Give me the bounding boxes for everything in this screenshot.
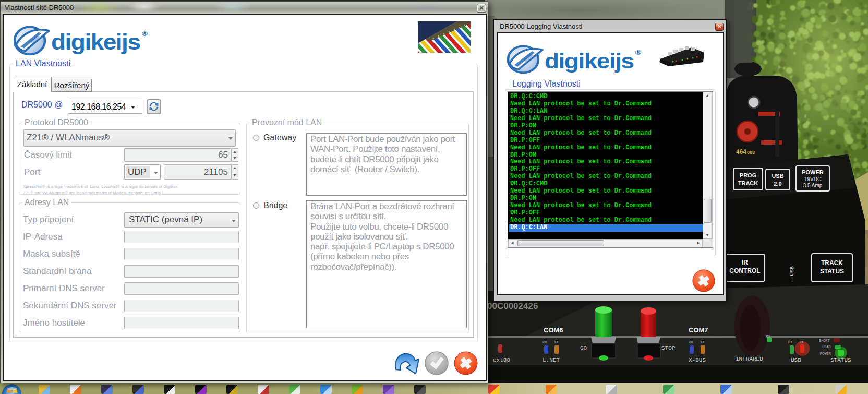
svg-text:STATUS: STATUS bbox=[820, 268, 844, 275]
svg-text:LOAD: LOAD bbox=[822, 345, 831, 349]
svg-text:L.NET: L.NET bbox=[542, 357, 560, 363]
svg-text:TRACK: TRACK bbox=[738, 180, 758, 186]
svg-text:®: ® bbox=[635, 49, 642, 56]
svg-text:USB: USB bbox=[791, 357, 801, 363]
svg-text:2.0: 2.0 bbox=[774, 181, 781, 187]
svg-text:464008: 464008 bbox=[736, 148, 755, 156]
svg-text:— USB: — USB bbox=[789, 266, 794, 282]
svg-text:CONTROL: CONTROL bbox=[729, 267, 760, 274]
svg-text:RX: RX bbox=[542, 340, 547, 344]
svg-text:®: ® bbox=[142, 29, 148, 37]
svg-text:GO: GO bbox=[580, 345, 587, 351]
svg-text:RX: RX bbox=[689, 340, 693, 344]
svg-text:INFRARED: INFRARED bbox=[736, 356, 763, 362]
svg-text:STATUS: STATUS bbox=[830, 357, 851, 363]
svg-text:POWER: POWER bbox=[802, 169, 824, 175]
svg-text:TX: TX bbox=[554, 340, 559, 344]
svg-text:TX: TX bbox=[799, 340, 804, 344]
svg-text:COM7: COM7 bbox=[689, 326, 708, 334]
svg-text:19VDC: 19VDC bbox=[804, 176, 821, 182]
svg-text:STOP: STOP bbox=[661, 345, 676, 351]
svg-text:X-BUS: X-BUS bbox=[689, 357, 706, 363]
svg-text:POWER: POWER bbox=[820, 352, 831, 356]
svg-text:ext88: ext88 bbox=[493, 357, 510, 363]
svg-text:COM6: COM6 bbox=[544, 326, 563, 334]
svg-text:3.5 Amp: 3.5 Amp bbox=[803, 183, 823, 188]
svg-text:PROG: PROG bbox=[740, 172, 756, 178]
svg-text:SHORT: SHORT bbox=[819, 339, 830, 343]
svg-text:RX: RX bbox=[766, 335, 770, 339]
svg-text:digikeijs: digikeijs bbox=[545, 49, 634, 73]
svg-text:TRACK: TRACK bbox=[821, 259, 843, 267]
svg-text:RX: RX bbox=[788, 340, 793, 344]
svg-text:digikeijs: digikeijs bbox=[51, 30, 140, 54]
svg-text:IR: IR bbox=[742, 259, 748, 266]
svg-text:00C0002426: 00C0002426 bbox=[487, 301, 538, 311]
svg-text:USB: USB bbox=[771, 173, 783, 179]
svg-text:TX: TX bbox=[700, 340, 705, 344]
